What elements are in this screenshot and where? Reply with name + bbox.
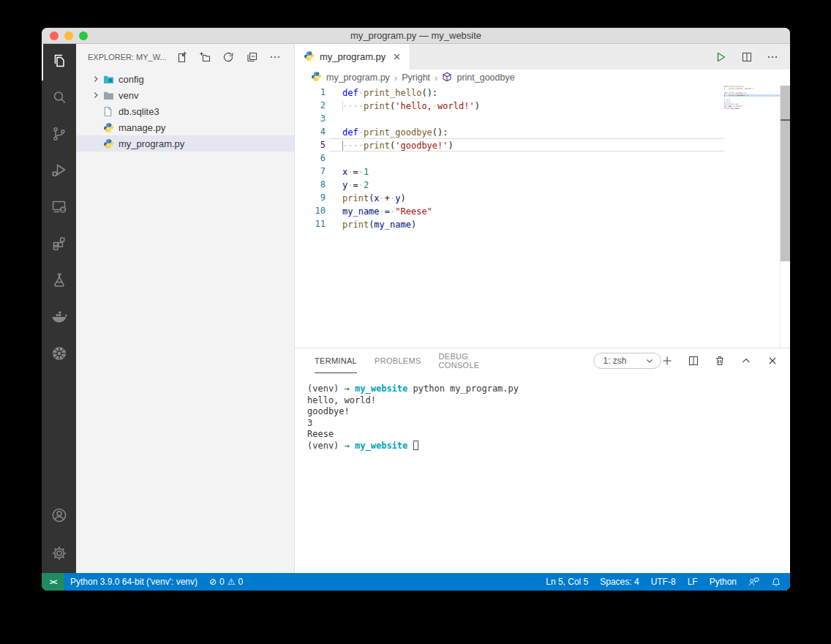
code-line-6[interactable]: 6	[295, 151, 724, 165]
activity-bar-item-extensions[interactable]	[42, 227, 76, 263]
eol-status[interactable]: LF	[682, 573, 704, 591]
explorer-header: EXPLORER: MY_W...	[76, 44, 294, 70]
encoding-status[interactable]: UTF-8	[645, 573, 682, 591]
collapse-folders-button[interactable]	[245, 50, 257, 63]
terminal-line: 3	[307, 418, 790, 430]
tab-label: my_program.py	[320, 51, 386, 62]
panel-tab-problems[interactable]: PROBLEMS	[375, 348, 421, 373]
new-terminal-button[interactable]	[661, 355, 673, 367]
line-content: ····print('hello,·world!')	[329, 99, 724, 112]
code-line-10[interactable]: 10my_name·=·"Reese"	[295, 204, 724, 217]
chevron-down-icon	[644, 356, 655, 366]
close-tab-icon[interactable]	[391, 51, 402, 63]
breadcrumb-section[interactable]: Pyright	[402, 72, 430, 83]
activity-bar-item-remote-explorer[interactable]	[42, 190, 76, 227]
terminal-line: (venv) → my_website	[307, 441, 790, 452]
testing-icon	[50, 272, 68, 292]
activity-bar-item-explorer[interactable]	[42, 44, 76, 80]
remote-explorer-icon	[50, 198, 68, 219]
docker-icon	[50, 308, 68, 329]
code-line-11[interactable]: 11print(my_name)	[295, 217, 724, 231]
run-debug-icon	[50, 162, 68, 182]
activity-bar-item-run-debug[interactable]	[42, 154, 76, 190]
file-row-manage.py[interactable]: manage.py	[76, 119, 294, 135]
breadcrumb-symbol[interactable]: print_goodbye	[456, 72, 514, 83]
code-line-9[interactable]: 9print(x·+·y)	[295, 191, 724, 204]
remote-icon: ><	[50, 578, 57, 586]
code-line-3[interactable]: 3	[295, 112, 724, 125]
panel-header: TERMINALPROBLEMSDEBUG CONSOLE 1: zsh	[295, 348, 790, 373]
minimap[interactable]: def·print_hello():····print('hello,·worl…	[724, 86, 780, 348]
line-number: 10	[295, 204, 329, 217]
activity-bar-item-testing[interactable]	[42, 263, 76, 300]
code-line-7[interactable]: 7x·=·1	[295, 165, 724, 178]
kill-terminal-button[interactable]	[714, 355, 726, 367]
activity-bar-item-settings[interactable]	[42, 536, 76, 573]
code-line-2[interactable]: 2····print('hello,·world!')	[295, 99, 724, 112]
more-editor-actions-button[interactable]	[767, 51, 778, 63]
shell-selector-value: 1: zsh	[603, 356, 626, 366]
code-line-5[interactable]: 5····print('goodbye!')	[295, 138, 724, 151]
code-line-4[interactable]: 4def·print_goodbye():	[295, 125, 724, 138]
activity-bar-item-search[interactable]	[42, 80, 76, 117]
run-python-file-button[interactable]	[714, 50, 727, 64]
window-title: my_program.py — my_website	[42, 28, 790, 44]
new-file-button[interactable]	[175, 50, 187, 63]
error-icon: ⊘	[209, 577, 217, 587]
warning-icon: ⚠	[228, 577, 236, 587]
python-icon	[103, 122, 117, 133]
line-content: def·print_goodbye():	[329, 125, 724, 138]
line-content: print(my_name)	[329, 217, 724, 231]
cursor-position-status[interactable]: Ln 5, Col 5	[540, 573, 594, 591]
notifications-button[interactable]	[765, 573, 790, 591]
vscode-window: my_program.py — my_website EXPLORER: MY_…	[42, 28, 790, 591]
tab-my-program[interactable]: my_program.py	[295, 44, 410, 70]
remote-indicator[interactable]: ><	[42, 573, 64, 591]
file-label: my_program.py	[117, 138, 184, 149]
refresh-explorer-button[interactable]	[222, 50, 234, 63]
file-row-my_program.py[interactable]: my_program.py	[76, 135, 294, 151]
line-number: 8	[295, 178, 329, 191]
terminal-line: hello, world!	[307, 395, 790, 407]
file-label: venv	[117, 90, 138, 101]
activity-bar-item-source-control[interactable]	[42, 117, 76, 154]
chevron-right-icon	[91, 75, 103, 83]
activity-bar-item-docker[interactable]	[42, 300, 76, 337]
activity-bar-item-kubernetes[interactable]	[42, 337, 76, 373]
python-interpreter-status[interactable]: Python 3.9.0 64-bit ('venv': venv)	[64, 573, 203, 591]
indentation-status[interactable]: Spaces: 4	[594, 573, 644, 591]
file-row-config[interactable]: config	[76, 71, 294, 87]
panel-tab-terminal[interactable]: TERMINAL	[315, 348, 357, 373]
code-editor[interactable]: 1def·print_hello():2····print('hello,·wo…	[295, 86, 790, 348]
activity-bar-item-account[interactable]	[42, 498, 76, 535]
shell-selector-dropdown[interactable]: 1: zsh	[593, 353, 661, 369]
line-content	[329, 151, 724, 165]
file-row-db.sqlite3[interactable]: db.sqlite3	[76, 103, 294, 119]
breadcrumb-file[interactable]: my_program.py	[326, 72, 390, 83]
line-number: 11	[295, 217, 329, 231]
chevron-right-icon	[91, 91, 103, 100]
panel-tab-debug-console[interactable]: DEBUG CONSOLE	[439, 348, 480, 373]
more-actions-button[interactable]	[268, 50, 281, 63]
file-label: db.sqlite3	[117, 106, 159, 117]
terminal-output[interactable]: (venv) → my_website python my_program.py…	[295, 373, 790, 452]
maximize-panel-button[interactable]	[740, 355, 752, 367]
extensions-icon	[50, 235, 68, 255]
file-row-venv[interactable]: venv	[76, 87, 294, 103]
problems-status[interactable]: ⊘ 0 ⚠ 0	[203, 573, 249, 591]
settings-icon	[50, 544, 68, 565]
python-icon	[103, 138, 117, 149]
split-editor-button[interactable]	[741, 51, 753, 63]
new-folder-button[interactable]	[198, 50, 211, 63]
code-line-1[interactable]: 1def·print_hello():	[295, 86, 724, 99]
terminal-line: (venv) → my_website python my_program.py	[307, 383, 790, 395]
scrollbar-thumb[interactable]	[781, 86, 790, 261]
explorer-title: EXPLORER: MY_W...	[88, 53, 167, 61]
minimap-line: print(my_name)	[724, 108, 780, 110]
language-mode-status[interactable]: Python	[704, 573, 742, 591]
code-line-8[interactable]: 8y·=·2	[295, 178, 724, 191]
file-icon	[103, 106, 117, 117]
feedback-button[interactable]	[742, 573, 765, 591]
split-terminal-button[interactable]	[688, 355, 699, 367]
close-panel-button[interactable]	[767, 355, 778, 367]
